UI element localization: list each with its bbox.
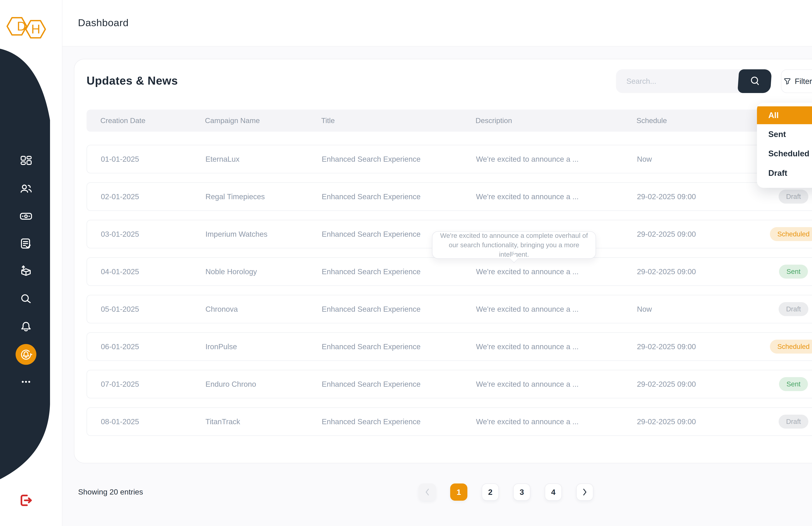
filter-label: Filter [795,77,812,86]
chevron-right-icon [582,488,588,496]
sidebar-item-search[interactable] [19,292,33,306]
filter-option-all[interactable]: All [757,106,812,124]
cell-schedule: 29-02-2025 09:00 [637,192,696,201]
cell-campaign: Enduro Chrono [205,380,256,389]
cell-schedule: Now [637,155,652,163]
sidebar-item-campaigns-active[interactable] [16,344,37,365]
status-badge: Draft [779,190,808,204]
cell-schedule: Now [637,305,652,313]
cell-campaign: Imperium Watches [205,230,267,238]
search-input[interactable] [616,69,741,93]
search-icon [748,75,762,88]
sidebar-background-shape [0,0,62,526]
cell-campaign: Noble Horology [205,267,257,276]
cell-date: 03-01-2025 [101,230,139,238]
cell-title: Enhanced Search Experience [322,417,421,426]
updates-news-card: Updates & News Filter Create New [74,59,812,463]
cell-schedule: 29-02-2025 09:00 [637,342,696,351]
sidebar-item-products[interactable] [19,264,33,279]
cell-description: We're excited to announce a ... [476,267,579,276]
search-button[interactable] [738,69,772,93]
cell-schedule: 29-02-2025 09:00 [637,417,696,426]
filter-button[interactable]: Filter [781,69,812,93]
cell-date: 01-01-2025 [101,155,139,163]
cell-title: Enhanced Search Experience [322,230,421,238]
table-row[interactable]: 04-01-2025 Noble Horology Enhanced Searc… [87,257,812,286]
cell-title: Enhanced Search Experience [322,380,421,389]
cell-campaign: TitanTrack [205,417,240,426]
logout-icon [18,493,33,508]
col-description: Description [476,116,512,125]
bell-icon [19,320,33,334]
page-title: Dashboard [78,17,129,28]
sidebar-item-dashboard[interactable] [19,154,33,168]
dashboard-grid-icon [19,154,33,168]
filter-option-draft[interactable]: Draft [768,169,787,178]
ellipsis-icon [19,375,33,389]
cell-date: 06-01-2025 [101,342,139,351]
col-campaign-name: Campaign Name [205,116,260,125]
cell-description: We're excited to announce a ... [476,380,579,389]
cell-campaign: Regal Timepieces [205,192,265,201]
status-badge: Sent [779,377,808,391]
sidebar-item-payments[interactable] [19,209,33,223]
pagination-prev-button[interactable] [419,483,436,501]
cell-title: Enhanced Search Experience [322,155,421,163]
cell-description: We're excited to announce a ... [476,192,579,201]
table-header: Creation Date Campaign Name Title Descri… [87,109,812,132]
cell-campaign: EternaLux [205,155,240,163]
cell-description: We're excited to announce a ... [476,417,579,426]
pagination-page-1[interactable]: 1 [450,483,467,501]
pagination-next-button[interactable] [576,483,593,501]
sidebar-item-notifications[interactable] [19,320,33,334]
sidebar-item-users[interactable] [19,181,33,196]
status-badge: Draft [779,415,808,428]
table-row[interactable]: 05-01-2025 Chronova Enhanced Search Expe… [87,295,812,323]
topbar: Dashboard [62,0,812,46]
cell-schedule: 29-02-2025 09:00 [637,267,696,276]
cell-schedule: 29-02-2025 09:00 [637,230,696,238]
pagination-page-4[interactable]: 4 [545,483,562,501]
chevron-left-icon [424,488,431,496]
cell-date: 02-01-2025 [101,192,139,201]
card-title: Updates & News [87,74,178,87]
status-badge: Draft [779,302,808,316]
pagination-page-3[interactable]: 3 [513,483,531,501]
search-icon [19,292,33,306]
cell-date: 07-01-2025 [101,380,139,389]
table-row[interactable]: 01-01-2025 EternaLux Enhanced Search Exp… [87,145,812,173]
cell-date: 08-01-2025 [101,417,139,426]
users-icon [19,181,33,196]
cell-campaign: Chronova [205,305,238,313]
description-tooltip: We're excited to announce a complete ove… [432,231,596,259]
app: D H [0,0,812,526]
cell-title: Enhanced Search Experience [322,267,421,276]
table-row[interactable]: 02-01-2025 Regal Timepieces Enhanced Sea… [87,182,812,211]
table-row[interactable]: 06-01-2025 IronPulse Enhanced Search Exp… [87,332,812,361]
cell-title: Enhanced Search Experience [322,342,421,351]
funnel-icon [783,77,791,85]
filter-option-sent[interactable]: Sent [768,130,786,139]
status-badge: Sent [779,265,808,279]
banknote-icon [19,209,33,223]
filter-option-scheduled[interactable]: Scheduled [768,149,809,158]
table-row[interactable]: 08-01-2025 TitanTrack Enhanced Search Ex… [87,407,812,436]
cell-schedule: 29-02-2025 09:00 [637,380,696,389]
pagination-page-2[interactable]: 2 [482,483,499,501]
cell-title: Enhanced Search Experience [322,305,421,313]
status-badge: Scheduled [770,340,812,354]
clipboard-check-icon [19,237,33,251]
campaign-bell-icon [18,347,33,362]
col-creation-date: Creation Date [100,116,145,125]
sidebar-item-tasks[interactable] [19,237,33,251]
sidebar: D H [0,0,62,526]
table-row[interactable]: 07-01-2025 Enduro Chrono Enhanced Search… [87,370,812,398]
logout-button[interactable] [18,493,33,508]
cell-title: Enhanced Search Experience [322,192,421,201]
cell-date: 04-01-2025 [101,267,139,276]
cell-campaign: IronPulse [205,342,237,351]
sidebar-item-more[interactable] [19,375,33,389]
col-title: Title [321,116,335,125]
status-badge: Scheduled [770,227,812,241]
cell-date: 05-01-2025 [101,305,139,313]
